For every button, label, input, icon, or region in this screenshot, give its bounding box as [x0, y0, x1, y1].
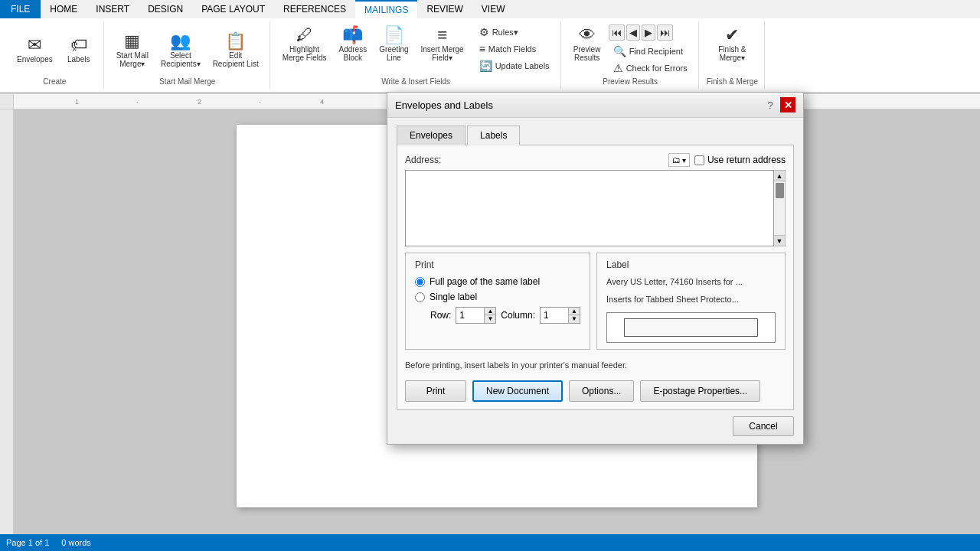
single-label-label: Single label — [430, 292, 477, 302]
address-textarea[interactable] — [405, 170, 774, 246]
info-text: Before printing, insert labels in your p… — [405, 357, 786, 373]
address-book-icon: 🗂 — [672, 155, 681, 165]
address-scroll-up[interactable]: ▲ — [774, 171, 785, 181]
print-button[interactable]: Print — [405, 380, 466, 402]
label-preview-inner — [624, 318, 758, 337]
row-spinner-buttons: ▲ ▼ — [484, 308, 495, 323]
dialog-help-button[interactable]: ? — [763, 98, 777, 112]
epostage-button[interactable]: E-postage Properties... — [640, 380, 760, 402]
address-scroll-down[interactable]: ▼ — [774, 235, 785, 246]
label-section: Label Avery US Letter, 74160 Inserts for… — [596, 253, 786, 350]
use-return-address-row: Use return address — [694, 155, 786, 165]
dialog-title: Envelopes and Labels — [395, 99, 493, 111]
label-info-line1: Avery US Letter, 74160 Inserts for ... — [606, 276, 776, 288]
cancel-button[interactable]: Cancel — [733, 416, 794, 436]
row-input[interactable] — [456, 309, 484, 321]
address-book-dropdown[interactable]: ▾ — [682, 156, 686, 165]
print-label-row: Print Full page of the same label Single… — [405, 253, 786, 350]
dialog-overlay: Envelopes and Labels ? ✕ Envelopes Label… — [0, 0, 980, 551]
dialog-tab-bar: Envelopes Labels — [397, 126, 794, 145]
full-page-radio[interactable] — [415, 277, 425, 287]
address-scrollbar: ▲ ▼ — [774, 170, 786, 246]
column-label: Column: — [501, 310, 535, 321]
row-down-button[interactable]: ▼ — [485, 315, 495, 323]
full-page-label: Full page of the same label — [430, 276, 540, 287]
column-spinner-buttons: ▲ ▼ — [568, 308, 580, 323]
row-column-row: Row: ▲ ▼ Column: — [430, 307, 580, 324]
tab-labels[interactable]: Labels — [467, 126, 520, 145]
label-info-line2: Inserts for Tabbed Sheet Protecto... — [606, 294, 776, 305]
column-input[interactable] — [541, 309, 568, 321]
address-label: Address: — [405, 155, 451, 165]
row-label: Row: — [430, 310, 451, 321]
use-return-address-checkbox[interactable] — [694, 155, 704, 165]
print-section: Print Full page of the same label Single… — [405, 253, 590, 350]
address-scroll-thumb — [776, 183, 784, 198]
print-section-title: Print — [415, 259, 580, 270]
row-spinner: ▲ ▼ — [456, 307, 496, 324]
label-section-title: Label — [606, 259, 776, 270]
action-buttons-row: Print New Document Options... E-postage … — [405, 380, 786, 402]
dialog-controls: ? ✕ — [763, 97, 795, 112]
row-up-button[interactable]: ▲ — [485, 308, 495, 315]
label-preview — [606, 312, 776, 343]
options-button[interactable]: Options... — [569, 380, 634, 402]
single-label-radio-row: Single label — [415, 292, 580, 302]
address-book-button[interactable]: 🗂 ▾ — [668, 153, 690, 167]
dialog-body: Envelopes Labels Address: 🗂 ▾ Use — [387, 118, 803, 444]
address-toolbar: 🗂 ▾ Use return address — [668, 153, 786, 167]
dialog-close-button[interactable]: ✕ — [780, 97, 795, 112]
dialog-tab-content: Address: 🗂 ▾ Use return address — [397, 145, 794, 410]
column-up-button[interactable]: ▲ — [569, 308, 580, 315]
single-label-radio[interactable] — [415, 292, 425, 302]
address-area-wrap: ▲ ▼ — [405, 170, 786, 246]
cancel-row: Cancel — [397, 416, 794, 436]
address-header-row: Address: 🗂 ▾ Use return address — [405, 153, 786, 167]
envelopes-labels-dialog: Envelopes and Labels ? ✕ Envelopes Label… — [387, 92, 804, 445]
column-spinner: ▲ ▼ — [540, 307, 580, 324]
new-document-button[interactable]: New Document — [472, 380, 563, 402]
full-page-radio-row: Full page of the same label — [415, 276, 580, 287]
dialog-titlebar: Envelopes and Labels ? ✕ — [387, 93, 803, 118]
use-return-address-label: Use return address — [707, 155, 786, 165]
tab-envelopes[interactable]: Envelopes — [397, 126, 466, 145]
column-down-button[interactable]: ▼ — [569, 315, 580, 323]
